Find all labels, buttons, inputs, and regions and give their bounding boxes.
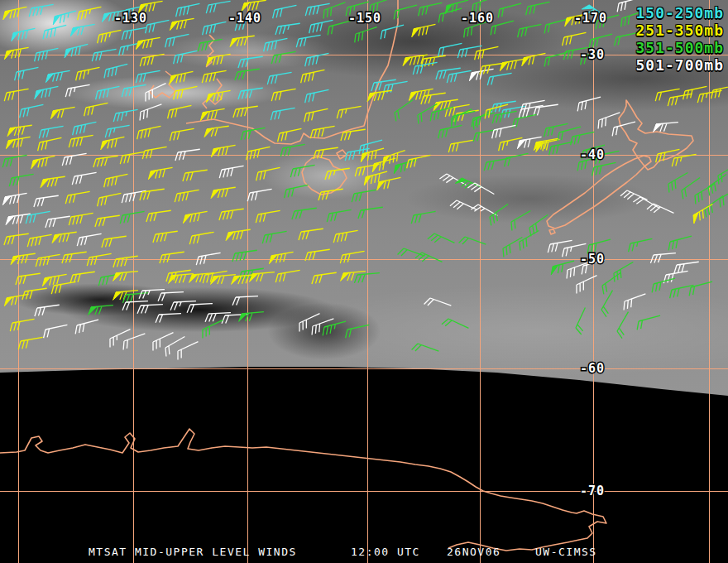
legend-item-251-350: 251-350mb <box>635 22 724 39</box>
wind-barb <box>102 236 127 248</box>
wind-barb <box>491 101 516 113</box>
wind-barb <box>153 231 178 243</box>
wind-barb <box>136 37 160 49</box>
wind-barb <box>4 233 29 245</box>
wind-barb <box>323 321 346 335</box>
wind-barb <box>4 294 28 306</box>
wind-barb <box>292 208 317 219</box>
wind-barb <box>43 25 66 39</box>
wind-barb <box>285 185 309 198</box>
wind-barb <box>2 193 26 205</box>
wind-barb <box>36 254 60 267</box>
wind-barb <box>98 193 122 206</box>
wind-barb <box>467 183 494 195</box>
wind-barb <box>73 122 97 135</box>
wind-barb <box>447 70 471 83</box>
wind-barb <box>165 34 189 47</box>
wind-barb <box>655 89 679 101</box>
wind-barb <box>589 34 612 48</box>
wind-barb <box>256 210 280 223</box>
coastline <box>0 429 606 551</box>
wind-barb <box>153 333 173 351</box>
wind-barb <box>708 175 726 196</box>
wind-barb <box>323 2 345 19</box>
wind-barb <box>377 177 401 190</box>
wind-barb <box>219 209 244 220</box>
wind-barb <box>137 305 163 314</box>
wind-barb <box>459 237 486 244</box>
wind-barb <box>76 67 100 80</box>
wind-barb <box>27 234 51 247</box>
wind-barb <box>250 272 275 282</box>
wind-barb <box>544 19 568 33</box>
wind-barb <box>211 145 235 156</box>
wind-barb <box>424 298 452 306</box>
wind-barb <box>601 291 613 317</box>
wind-barb <box>178 342 198 360</box>
caption-credit: UW-CIMSS <box>535 546 597 558</box>
wind-barb <box>122 27 146 40</box>
wind-barb <box>35 86 59 99</box>
wind-barb <box>160 252 184 263</box>
wind-barb <box>518 24 542 37</box>
wind-barb <box>232 250 257 262</box>
wind-barb <box>239 312 264 322</box>
wind-barb <box>522 53 546 65</box>
lat-lon-grid <box>0 0 728 563</box>
wind-barb <box>544 123 568 137</box>
wind-barb <box>69 135 93 147</box>
wind-barb <box>70 24 94 36</box>
wind-barb <box>41 176 65 187</box>
wind-barb <box>12 28 36 41</box>
wind-barb <box>9 174 33 186</box>
wind-barb <box>247 147 271 160</box>
wind-barb <box>16 273 41 285</box>
wind-barb <box>340 251 364 263</box>
wind-barb <box>10 319 34 331</box>
wind-barb <box>104 64 127 78</box>
wind-barb <box>113 272 138 282</box>
legend-item-351-500: 351-500mb <box>635 39 724 56</box>
wind-barb <box>187 304 213 313</box>
wind-barb <box>656 149 680 162</box>
wind-barb <box>44 325 68 338</box>
wind-barb <box>242 0 266 11</box>
wind-barb <box>35 305 60 316</box>
wind-barb <box>505 153 529 166</box>
wind-barb <box>498 3 521 17</box>
wind-barb <box>232 296 258 306</box>
wind-barb <box>305 89 329 103</box>
wind-barb <box>62 252 87 263</box>
wind-barb <box>211 187 236 198</box>
wind-barb <box>219 166 243 178</box>
caption-product-title: MTSAT MID-UPPER LEVEL WINDS <box>89 546 297 558</box>
wind-barb <box>148 167 172 179</box>
wind-barb <box>511 211 530 231</box>
wind-barb <box>46 70 69 82</box>
wind-barb <box>146 20 170 33</box>
wind-barb <box>137 126 161 139</box>
wind-barb <box>529 215 548 237</box>
wind-barb <box>428 233 455 243</box>
legend-item-150-250: 150-250mb <box>635 4 724 22</box>
wind-barb <box>183 211 207 223</box>
wind-barb <box>183 170 208 181</box>
wind-barb <box>206 1 230 13</box>
wind-barb <box>383 81 407 94</box>
wind-barb <box>577 97 601 111</box>
wind-barb <box>455 178 481 188</box>
wind-barb <box>682 178 700 200</box>
wind-barb <box>158 292 184 301</box>
wind-barb <box>654 123 678 132</box>
wind-barb <box>352 190 376 202</box>
wind-barb <box>120 152 144 164</box>
wind-barb <box>4 89 28 101</box>
wind-barb <box>46 216 70 228</box>
wind-barb <box>75 320 98 334</box>
wind-barb <box>62 153 86 166</box>
wind-barb <box>247 189 271 201</box>
wind-barb <box>381 25 404 39</box>
wind-barb <box>312 272 337 284</box>
wind-barb <box>668 94 692 106</box>
longitude-label: -160 <box>461 11 494 26</box>
